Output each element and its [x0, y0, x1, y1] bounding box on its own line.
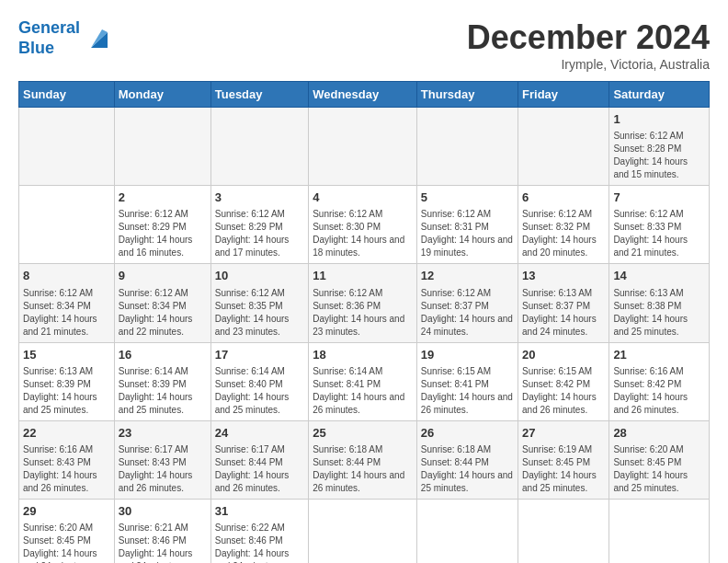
day-info: Sunrise: 6:19 AMSunset: 8:45 PMDaylight:… — [522, 443, 605, 495]
calendar-day: 20Sunrise: 6:15 AMSunset: 8:42 PMDayligh… — [518, 342, 609, 420]
calendar-day: 31Sunrise: 6:22 AMSunset: 8:46 PMDayligh… — [210, 499, 308, 563]
calendar-body: 1Sunrise: 6:12 AMSunset: 8:28 PMDaylight… — [19, 108, 710, 564]
day-info: Sunrise: 6:20 AMSunset: 8:45 PMDaylight:… — [23, 522, 110, 563]
calendar-day: 4Sunrise: 6:12 AMSunset: 8:30 PMDaylight… — [309, 186, 417, 264]
day-number: 22 — [23, 425, 110, 442]
day-info: Sunrise: 6:22 AMSunset: 8:46 PMDaylight:… — [215, 522, 304, 563]
calendar-table: SundayMondayTuesdayWednesdayThursdayFrid… — [18, 81, 710, 563]
header-cell-tuesday: Tuesday — [210, 82, 308, 108]
day-number: 16 — [119, 347, 207, 363]
day-number: 27 — [522, 425, 605, 442]
day-info: Sunrise: 6:12 AMSunset: 8:28 PMDaylight:… — [613, 130, 705, 181]
day-number: 2 — [119, 190, 207, 206]
logo-text: General Blue — [18, 18, 80, 58]
logo: General Blue — [18, 18, 109, 58]
day-number: 3 — [215, 190, 304, 206]
calendar-day-empty — [518, 499, 609, 563]
header-cell-wednesday: Wednesday — [309, 82, 417, 108]
calendar-row: 22Sunrise: 6:16 AMSunset: 8:43 PMDayligh… — [19, 420, 710, 499]
calendar-day: 16Sunrise: 6:14 AMSunset: 8:39 PMDayligh… — [114, 342, 210, 420]
day-info: Sunrise: 6:21 AMSunset: 8:46 PMDaylight:… — [119, 522, 207, 563]
header-cell-saturday: Saturday — [609, 82, 710, 108]
day-number: 18 — [313, 347, 413, 363]
calendar-day-empty — [309, 499, 417, 563]
day-number: 13 — [522, 268, 605, 284]
calendar-day: 17Sunrise: 6:14 AMSunset: 8:40 PMDayligh… — [210, 342, 308, 420]
header-cell-friday: Friday — [518, 82, 609, 108]
day-number: 23 — [119, 425, 207, 442]
logo-icon — [82, 25, 109, 52]
day-info: Sunrise: 6:16 AMSunset: 8:43 PMDaylight:… — [23, 443, 110, 495]
calendar-day: 2Sunrise: 6:12 AMSunset: 8:29 PMDaylight… — [114, 186, 210, 264]
calendar-day: 27Sunrise: 6:19 AMSunset: 8:45 PMDayligh… — [518, 420, 609, 499]
calendar-day: 15Sunrise: 6:13 AMSunset: 8:39 PMDayligh… — [19, 342, 115, 420]
calendar-day-empty — [518, 108, 609, 186]
day-info: Sunrise: 6:14 AMSunset: 8:40 PMDaylight:… — [215, 365, 304, 417]
calendar-day-empty — [210, 108, 308, 186]
header-cell-monday: Monday — [114, 82, 210, 108]
day-info: Sunrise: 6:12 AMSunset: 8:33 PMDaylight:… — [613, 208, 705, 259]
day-info: Sunrise: 6:15 AMSunset: 8:42 PMDaylight:… — [522, 365, 605, 417]
header-cell-sunday: Sunday — [19, 82, 115, 108]
day-info: Sunrise: 6:12 AMSunset: 8:29 PMDaylight:… — [119, 208, 207, 259]
day-number: 25 — [313, 425, 413, 442]
day-number: 9 — [119, 268, 207, 284]
calendar-day: 21Sunrise: 6:16 AMSunset: 8:42 PMDayligh… — [609, 342, 710, 420]
day-number: 12 — [421, 268, 514, 284]
day-info: Sunrise: 6:18 AMSunset: 8:44 PMDaylight:… — [313, 443, 413, 495]
day-info: Sunrise: 6:12 AMSunset: 8:36 PMDaylight:… — [313, 287, 413, 339]
calendar-day: 25Sunrise: 6:18 AMSunset: 8:44 PMDayligh… — [309, 420, 417, 499]
day-info: Sunrise: 6:13 AMSunset: 8:37 PMDaylight:… — [522, 287, 605, 339]
day-info: Sunrise: 6:15 AMSunset: 8:41 PMDaylight:… — [421, 365, 514, 417]
day-number: 21 — [613, 347, 705, 363]
day-info: Sunrise: 6:16 AMSunset: 8:42 PMDaylight:… — [613, 365, 705, 417]
day-info: Sunrise: 6:12 AMSunset: 8:29 PMDaylight:… — [215, 208, 304, 259]
day-number: 31 — [215, 503, 304, 520]
calendar-day: 3Sunrise: 6:12 AMSunset: 8:29 PMDaylight… — [210, 186, 308, 264]
day-info: Sunrise: 6:12 AMSunset: 8:35 PMDaylight:… — [215, 287, 304, 339]
day-info: Sunrise: 6:12 AMSunset: 8:34 PMDaylight:… — [119, 287, 207, 339]
header-cell-thursday: Thursday — [416, 82, 518, 108]
day-number: 28 — [613, 425, 705, 442]
calendar-day: 7Sunrise: 6:12 AMSunset: 8:33 PMDaylight… — [609, 186, 710, 264]
calendar-day: 6Sunrise: 6:12 AMSunset: 8:32 PMDaylight… — [518, 186, 609, 264]
calendar-day: 8Sunrise: 6:12 AMSunset: 8:34 PMDaylight… — [19, 264, 115, 342]
day-info: Sunrise: 6:12 AMSunset: 8:30 PMDaylight:… — [313, 208, 413, 259]
day-info: Sunrise: 6:17 AMSunset: 8:43 PMDaylight:… — [119, 443, 207, 495]
day-number: 29 — [23, 503, 110, 520]
day-info: Sunrise: 6:18 AMSunset: 8:44 PMDaylight:… — [421, 443, 514, 495]
day-info: Sunrise: 6:12 AMSunset: 8:31 PMDaylight:… — [421, 208, 514, 259]
day-number: 8 — [23, 268, 110, 284]
day-number: 17 — [215, 347, 304, 363]
title-block: December 2024 Irymple, Victoria, Austral… — [467, 18, 710, 72]
day-number: 14 — [613, 268, 705, 284]
day-info: Sunrise: 6:14 AMSunset: 8:41 PMDaylight:… — [313, 365, 413, 417]
month-title: December 2024 — [467, 18, 710, 57]
day-info: Sunrise: 6:17 AMSunset: 8:44 PMDaylight:… — [215, 443, 304, 495]
calendar-day: 1Sunrise: 6:12 AMSunset: 8:28 PMDaylight… — [609, 108, 710, 186]
calendar-day: 14Sunrise: 6:13 AMSunset: 8:38 PMDayligh… — [609, 264, 710, 342]
calendar-day: 30Sunrise: 6:21 AMSunset: 8:46 PMDayligh… — [114, 499, 210, 563]
calendar-day: 18Sunrise: 6:14 AMSunset: 8:41 PMDayligh… — [309, 342, 417, 420]
calendar-header: SundayMondayTuesdayWednesdayThursdayFrid… — [19, 82, 710, 108]
day-number: 26 — [421, 425, 514, 442]
calendar-day: 26Sunrise: 6:18 AMSunset: 8:44 PMDayligh… — [416, 420, 518, 499]
calendar-day-empty — [114, 108, 210, 186]
day-number: 5 — [421, 190, 514, 206]
day-info: Sunrise: 6:13 AMSunset: 8:39 PMDaylight:… — [23, 365, 110, 417]
page-header: General Blue December 2024 Irymple, Vict… — [18, 18, 710, 72]
calendar-day: 23Sunrise: 6:17 AMSunset: 8:43 PMDayligh… — [114, 420, 210, 499]
day-info: Sunrise: 6:12 AMSunset: 8:34 PMDaylight:… — [23, 287, 110, 339]
day-number: 20 — [522, 347, 605, 363]
day-info: Sunrise: 6:12 AMSunset: 8:37 PMDaylight:… — [421, 287, 514, 339]
day-info: Sunrise: 6:13 AMSunset: 8:38 PMDaylight:… — [613, 287, 705, 339]
day-number: 30 — [119, 503, 207, 520]
day-info: Sunrise: 6:14 AMSunset: 8:39 PMDaylight:… — [119, 365, 207, 417]
calendar-day: 13Sunrise: 6:13 AMSunset: 8:37 PMDayligh… — [518, 264, 609, 342]
calendar-row: 8Sunrise: 6:12 AMSunset: 8:34 PMDaylight… — [19, 264, 710, 342]
calendar-row: 2Sunrise: 6:12 AMSunset: 8:29 PMDaylight… — [19, 186, 710, 264]
calendar-day: 11Sunrise: 6:12 AMSunset: 8:36 PMDayligh… — [309, 264, 417, 342]
calendar-day: 12Sunrise: 6:12 AMSunset: 8:37 PMDayligh… — [416, 264, 518, 342]
day-number: 15 — [23, 347, 110, 363]
day-number: 6 — [522, 190, 605, 206]
